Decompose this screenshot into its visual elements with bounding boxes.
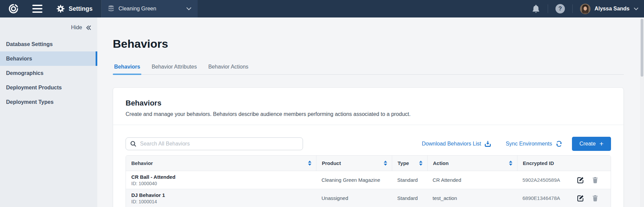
user-name: Alyssa Sands xyxy=(595,6,630,12)
top-navbar: Settings Cleaning Green ? xyxy=(0,0,644,17)
hide-label: Hide xyxy=(71,25,82,31)
sync-environments-link[interactable]: Sync Environments xyxy=(506,140,563,148)
tab-behavior-actions[interactable]: Behavior Actions xyxy=(207,64,250,74)
sidebar-item-deployment-products[interactable]: Deployment Products xyxy=(0,80,97,95)
tab-behavior-attributes[interactable]: Behavior Attributes xyxy=(150,64,198,74)
sort-icon xyxy=(308,161,311,166)
sidebar-item-label: Deployment Types xyxy=(6,99,54,105)
notifications-bell-icon[interactable] xyxy=(532,4,540,13)
sync-icon xyxy=(555,140,563,148)
sidebar-item-label: Deployment Products xyxy=(6,85,62,91)
create-button[interactable]: Create + xyxy=(572,137,611,151)
account-name: Cleaning Green xyxy=(118,6,156,12)
page-title: Behaviors xyxy=(98,17,640,50)
plus-icon: + xyxy=(599,140,603,147)
logo-rings xyxy=(8,3,19,14)
help-glyph: ? xyxy=(558,5,562,12)
delete-icon[interactable] xyxy=(592,176,598,183)
edit-icon[interactable] xyxy=(577,195,584,202)
create-label: Create xyxy=(579,141,596,147)
sort-icon xyxy=(384,161,387,166)
behaviors-table: Behavior Product Type Action Encrypted I… xyxy=(126,155,611,207)
table-row: CR Ball - Attended ID: 1000040 Cleaning … xyxy=(126,171,611,189)
sort-icon xyxy=(509,161,512,166)
sidebar-item-database-settings[interactable]: Database Settings xyxy=(0,37,97,51)
brand-logo-icon[interactable] xyxy=(7,3,20,15)
encrypted-id-cell: 5902A2450589A1 xyxy=(517,171,612,189)
type-cell: Standard xyxy=(392,171,427,189)
product-cell: Cleaning Green Magazine xyxy=(316,171,392,189)
page-scrollbar[interactable] xyxy=(640,17,644,207)
tab-bar: Behaviors Behavior Attributes Behavior A… xyxy=(113,64,624,75)
column-label: Behavior xyxy=(131,160,153,166)
table-toolbar: Download Behaviors List Sync Environment… xyxy=(126,137,611,151)
action-cell: test_action xyxy=(427,189,517,207)
row-actions xyxy=(577,176,598,183)
sync-label: Sync Environments xyxy=(506,141,552,147)
column-header-type[interactable]: Type xyxy=(392,156,427,171)
encrypted-id-cell: 6890E1346478A0 xyxy=(517,189,612,207)
column-label: Encrypted ID xyxy=(523,160,554,166)
column-header-behavior[interactable]: Behavior xyxy=(126,156,316,171)
settings-label: Settings xyxy=(69,5,93,12)
download-behaviors-link[interactable]: Download Behaviors List xyxy=(422,140,492,148)
column-header-encrypted-id: Encrypted ID xyxy=(517,156,612,171)
column-header-product[interactable]: Product xyxy=(316,156,392,171)
sidebar-collapse-button[interactable]: Hide xyxy=(0,22,97,34)
avatar xyxy=(580,4,590,14)
behavior-cell: DJ Behavior 1 ID: 1000014 xyxy=(126,189,316,207)
help-icon[interactable]: ? xyxy=(555,4,565,13)
search-input[interactable] xyxy=(126,137,303,150)
download-icon xyxy=(484,140,492,148)
tab-behaviors[interactable]: Behaviors xyxy=(113,64,141,74)
table-header: Behavior Product Type Action Encrypted I… xyxy=(126,156,611,171)
sidebar-item-deployment-types[interactable]: Deployment Types xyxy=(0,95,97,109)
download-label: Download Behaviors List xyxy=(422,141,481,147)
behavior-cell: CR Ball - Attended ID: 1000040 xyxy=(126,171,316,189)
navbar-right: ? Alyssa Sands xyxy=(532,4,644,14)
product-cell: Unassigned xyxy=(316,189,392,207)
sidebar-item-label: Database Settings xyxy=(6,41,53,47)
behavior-name[interactable]: DJ Behavior 1 xyxy=(131,192,165,198)
double-chevron-left-icon xyxy=(86,25,91,30)
table-row: DJ Behavior 1 ID: 1000014 Unassigned Sta… xyxy=(126,189,611,207)
account-switcher[interactable]: Cleaning Green xyxy=(101,0,198,17)
encrypted-id-value: 5902A2450589A1 xyxy=(522,177,560,183)
user-menu[interactable]: Alyssa Sands xyxy=(580,4,639,14)
column-label: Type xyxy=(398,160,409,166)
sort-icon xyxy=(419,161,422,166)
behavior-id: ID: 1000040 xyxy=(131,181,157,186)
sidebar-nav: Database Settings Behaviors Demographics… xyxy=(0,37,97,109)
database-icon xyxy=(108,5,114,12)
chevron-down-icon xyxy=(634,7,639,10)
row-actions xyxy=(577,195,598,202)
column-label: Product xyxy=(322,160,341,166)
sidebar-item-label: Demographics xyxy=(6,70,43,76)
sidebar-item-demographics[interactable]: Demographics xyxy=(0,66,97,80)
card-divider xyxy=(113,125,623,125)
card-description: Create and manage your behaviors. Behavi… xyxy=(113,111,623,117)
chevron-down-icon xyxy=(186,7,192,10)
action-cell: CR Attended xyxy=(427,171,517,189)
column-label: Action xyxy=(433,160,449,166)
gear-icon xyxy=(57,5,65,13)
edit-icon[interactable] xyxy=(577,176,584,183)
scrollbar-thumb[interactable] xyxy=(641,19,643,77)
search-icon xyxy=(130,140,137,147)
column-header-action[interactable]: Action xyxy=(427,156,517,171)
navbar-divider xyxy=(572,4,573,13)
type-cell: Standard xyxy=(392,189,427,207)
hamburger-menu-icon[interactable] xyxy=(32,5,42,13)
behavior-name[interactable]: CR Ball - Attended xyxy=(131,174,175,180)
settings-nav[interactable]: Settings xyxy=(57,5,93,13)
behavior-id: ID: 1000014 xyxy=(131,199,157,204)
behaviors-card: Behaviors Create and manage your behavio… xyxy=(113,87,624,207)
card-heading: Behaviors xyxy=(113,98,623,108)
main-content: Behaviors Behaviors Behavior Attributes … xyxy=(98,17,640,207)
navbar-divider xyxy=(548,4,548,13)
delete-icon[interactable] xyxy=(592,195,598,202)
settings-sidebar: Hide Database Settings Behaviors Demogra… xyxy=(0,17,97,207)
sidebar-item-behaviors[interactable]: Behaviors xyxy=(0,51,97,66)
toolbar-actions: Download Behaviors List Sync Environment… xyxy=(422,137,611,151)
sidebar-item-label: Behaviors xyxy=(6,56,32,62)
